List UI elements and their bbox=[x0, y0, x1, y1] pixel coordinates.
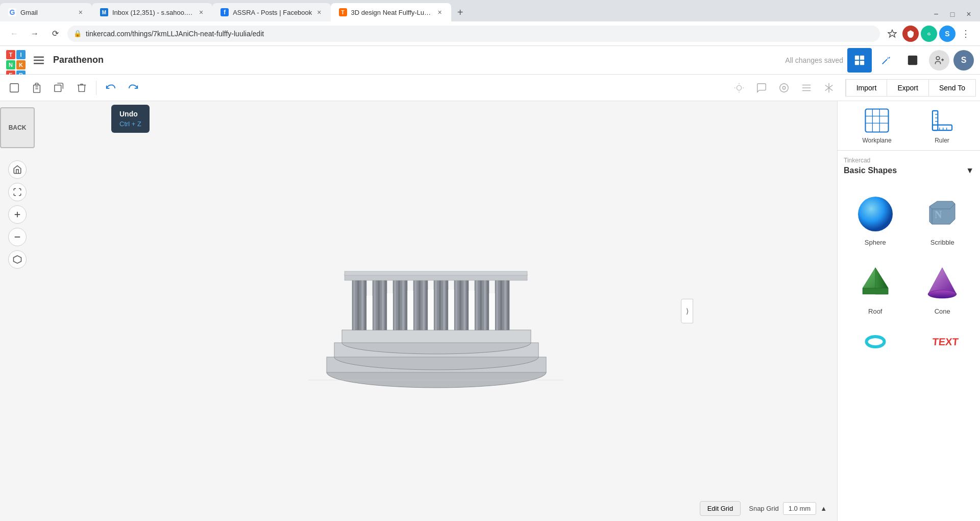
tab-facebook[interactable]: f ASSRA - Posts | Facebook × bbox=[212, 3, 330, 21]
svg-point-21 bbox=[737, 85, 741, 90]
svg-point-110 bbox=[928, 290, 957, 298]
grid-view-button[interactable] bbox=[847, 48, 872, 73]
export-button[interactable]: Export bbox=[887, 79, 928, 97]
import-button[interactable]: Import bbox=[846, 79, 887, 97]
tab-tinkercad[interactable]: T 3D design Neat Fulffy-Luulia | Ti... × bbox=[331, 3, 451, 21]
duplicate-button[interactable] bbox=[49, 78, 69, 98]
svg-point-12 bbox=[936, 56, 940, 60]
tinkercad-close-icon[interactable]: × bbox=[437, 7, 443, 17]
shape-item-sphere[interactable]: Sphere bbox=[844, 187, 907, 252]
mirror-button[interactable] bbox=[819, 78, 839, 98]
light-button[interactable] bbox=[729, 78, 749, 98]
left-panel: BACK bbox=[0, 101, 35, 521]
logo-k: K bbox=[16, 60, 26, 69]
svg-rect-4 bbox=[34, 59, 44, 61]
changes-saved-status: All changes saved bbox=[785, 56, 843, 64]
dropdown-arrow-icon: ▼ bbox=[966, 166, 974, 175]
snap-increment-icon[interactable]: ▲ bbox=[820, 505, 827, 512]
align-button[interactable] bbox=[796, 78, 817, 98]
undo-button[interactable] bbox=[101, 78, 121, 98]
canvas-area[interactable]: BACK bbox=[0, 101, 837, 521]
shape-item-cone[interactable]: Cone bbox=[911, 256, 974, 321]
zoom-in-button[interactable] bbox=[8, 205, 27, 224]
paste-button[interactable] bbox=[27, 78, 47, 98]
scribble-label: Scribble bbox=[930, 239, 954, 246]
svg-text:N: N bbox=[935, 209, 942, 220]
new-tab-button[interactable]: + bbox=[451, 3, 470, 21]
tab-gmail[interactable]: G Gmail × bbox=[0, 3, 92, 21]
viewport[interactable] bbox=[36, 101, 837, 521]
back-nav-button[interactable]: ← bbox=[6, 26, 22, 42]
send-to-button[interactable]: Send To bbox=[928, 79, 976, 97]
tinkercad-logo[interactable]: T I N K E R C A D bbox=[6, 50, 27, 70]
svg-rect-53 bbox=[398, 278, 400, 330]
gmail-favicon: G bbox=[8, 8, 16, 16]
inbox-close-icon[interactable]: × bbox=[198, 7, 204, 17]
layers-button[interactable] bbox=[900, 48, 925, 73]
forward-nav-button[interactable]: → bbox=[27, 26, 43, 42]
redo-button[interactable] bbox=[123, 78, 143, 98]
facebook-tab-title: ASSRA - Posts | Facebook bbox=[233, 9, 312, 16]
add-user-button[interactable] bbox=[929, 50, 949, 70]
back-button[interactable]: BACK bbox=[0, 107, 35, 148]
new-document-button[interactable] bbox=[4, 78, 24, 98]
svg-rect-11 bbox=[908, 55, 917, 64]
facebook-close-icon[interactable]: × bbox=[316, 7, 322, 17]
hamburger-button[interactable] bbox=[31, 52, 47, 68]
tab-inbox[interactable]: M Inbox (12,351) - s.sahoo.co@gm... × bbox=[92, 3, 212, 21]
user-avatar[interactable]: S bbox=[953, 50, 974, 70]
edit-grid-button[interactable]: Edit Grid bbox=[700, 501, 741, 516]
speech-bubble-button[interactable] bbox=[751, 78, 772, 98]
svg-rect-70 bbox=[467, 278, 469, 330]
workplane-label: Workplane bbox=[862, 137, 891, 144]
snap-grid-value[interactable]: 1.0 mm bbox=[783, 502, 816, 515]
grammarly-button[interactable]: G bbox=[921, 26, 937, 42]
svg-rect-42 bbox=[353, 280, 355, 330]
refresh-button[interactable]: ⟳ bbox=[47, 26, 63, 42]
address-bar[interactable]: 🔒 tinkercad.com/things/7kmLLJAniCh-neat-… bbox=[67, 26, 880, 42]
svg-rect-82 bbox=[387, 293, 393, 330]
home-view-button[interactable] bbox=[8, 160, 27, 179]
nav-bar: ← → ⟳ 🔒 tinkercad.com/things/7kmLLJAniCh… bbox=[0, 21, 980, 46]
header-view-buttons bbox=[847, 48, 925, 73]
svg-rect-69 bbox=[463, 278, 465, 330]
cone-icon bbox=[922, 263, 963, 303]
inspect-button[interactable] bbox=[774, 78, 794, 98]
undo-tooltip: Undo Ctrl + Z bbox=[111, 105, 150, 133]
right-toolbar bbox=[729, 78, 839, 98]
user-profile-button[interactable]: S bbox=[939, 26, 955, 42]
shape-item-torus[interactable] bbox=[844, 325, 907, 358]
bottom-bar: Edit Grid Snap Grid 1.0 mm ▲ bbox=[36, 495, 837, 521]
svg-rect-9 bbox=[860, 60, 864, 64]
svg-rect-75 bbox=[487, 280, 489, 330]
maximize-button[interactable]: □ bbox=[945, 7, 960, 21]
sphere-icon bbox=[855, 194, 896, 234]
workplane-tool[interactable]: Workplane bbox=[862, 107, 891, 144]
close-window-button[interactable]: × bbox=[962, 7, 976, 21]
pickaxe-button[interactable] bbox=[874, 48, 898, 73]
shield-button[interactable] bbox=[902, 26, 919, 42]
svg-rect-55 bbox=[405, 278, 407, 330]
roof-label: Roof bbox=[868, 307, 882, 315]
bookmark-button[interactable] bbox=[884, 26, 900, 42]
tinkercad-favicon: T bbox=[339, 8, 347, 16]
shape-item-text[interactable]: TEXT bbox=[911, 325, 974, 358]
gmail-tab-title: Gmail bbox=[20, 9, 74, 16]
fit-view-button[interactable] bbox=[8, 183, 27, 201]
svg-rect-20 bbox=[55, 85, 61, 91]
cone-label: Cone bbox=[935, 307, 950, 315]
minimize-button[interactable]: − bbox=[929, 7, 943, 21]
shapes-dropdown[interactable]: Basic Shapes ▼ bbox=[844, 166, 974, 175]
shape-item-roof[interactable]: Roof bbox=[844, 256, 907, 321]
svg-text:TEXT: TEXT bbox=[932, 337, 960, 348]
delete-button[interactable] bbox=[71, 78, 92, 98]
ruler-tool[interactable]: Ruler bbox=[929, 107, 955, 144]
shape-item-scribble[interactable]: N Scribble bbox=[911, 187, 974, 252]
collapse-panel-button[interactable]: ⟩ bbox=[681, 299, 693, 323]
gmail-close-icon[interactable]: × bbox=[78, 7, 84, 17]
zoom-out-button[interactable] bbox=[8, 228, 27, 246]
isometric-view-button[interactable] bbox=[8, 250, 27, 269]
svg-rect-72 bbox=[476, 280, 478, 330]
menu-button[interactable]: ⋮ bbox=[958, 26, 974, 42]
svg-rect-47 bbox=[374, 280, 376, 330]
